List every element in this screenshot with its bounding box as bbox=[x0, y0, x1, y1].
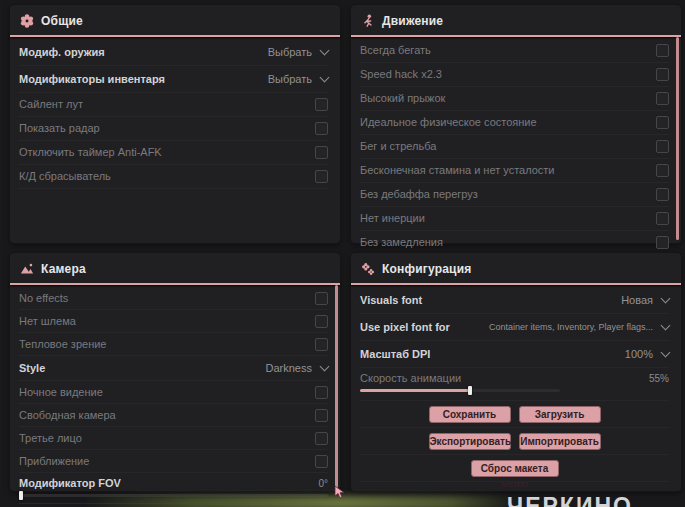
speed-hack-checkbox[interactable] bbox=[656, 68, 669, 81]
anti-afk-checkbox[interactable] bbox=[315, 146, 328, 159]
panel-camera-header[interactable]: Камера bbox=[10, 253, 340, 283]
row-label: Третье лицо bbox=[19, 433, 82, 444]
row-run-and-shoot: Бег и стрельба bbox=[360, 135, 669, 159]
chevron-down-icon bbox=[320, 361, 330, 371]
row-always-run: Всегда бегать bbox=[360, 39, 669, 63]
infinite-stamina-checkbox[interactable] bbox=[656, 164, 669, 177]
row-label: Показать радар bbox=[19, 123, 100, 134]
fov-value: 0° bbox=[318, 478, 328, 489]
fov-slider-handle[interactable] bbox=[19, 491, 23, 500]
high-jump-checkbox[interactable] bbox=[656, 92, 669, 105]
animation-speed-slider-handle[interactable] bbox=[468, 386, 472, 395]
row-label: Ночное видение bbox=[19, 387, 103, 398]
row-label: Всегда бегать bbox=[360, 45, 431, 56]
row-label: Style bbox=[19, 363, 45, 374]
row-dpi-scale: Масштаб DPI 100% bbox=[360, 341, 669, 368]
movement-scrollbar[interactable] bbox=[676, 37, 679, 240]
flower-gear-icon bbox=[20, 14, 34, 28]
row-label: Отключить таймер Anti-AFK bbox=[19, 147, 162, 158]
row-perfect-condition: Идеальное физическое состояние bbox=[360, 111, 669, 135]
row-pixel-font: Use pixel font for Container items, Inve… bbox=[360, 314, 669, 341]
row-no-slowdown: Без замедления bbox=[360, 231, 669, 255]
row-label: Нет инерции bbox=[360, 213, 425, 224]
row-no-helmet: Нет шлема bbox=[19, 310, 328, 333]
row-style: Style Darkness bbox=[19, 356, 328, 381]
animation-speed-value: 55% bbox=[649, 373, 669, 384]
night-vision-checkbox[interactable] bbox=[315, 386, 328, 399]
panel-title: Конфигурация bbox=[382, 262, 471, 276]
dpi-scale-dropdown[interactable]: 100% bbox=[625, 348, 669, 360]
no-slowdown-checkbox[interactable] bbox=[656, 236, 669, 249]
row-label: Бесконечная стамина и нет усталости bbox=[360, 165, 555, 176]
kd-reset-checkbox[interactable] bbox=[315, 170, 328, 183]
row-inventory-mods: Модификаторы инвентаря Выбрать bbox=[19, 66, 328, 93]
save-button[interactable]: Сохранить bbox=[429, 406, 511, 423]
row-high-jump: Высокий прыжок bbox=[360, 87, 669, 111]
inventory-mods-dropdown[interactable]: Выбрать bbox=[268, 73, 328, 85]
chevron-down-icon bbox=[320, 72, 330, 82]
panel-title: Камера bbox=[41, 262, 86, 276]
row-animation-speed: Скорость анимации 55% bbox=[360, 368, 669, 401]
dropdown-value: Выбрать bbox=[268, 46, 312, 58]
export-button[interactable]: Экспортировать bbox=[429, 433, 511, 450]
row-zoom: Приближение bbox=[19, 450, 328, 473]
row-label: Бег и стрельба bbox=[360, 141, 436, 152]
location-title-text: ЧЕРКИНО bbox=[507, 493, 633, 507]
row-thermal-vision: Тепловое зрение bbox=[19, 333, 328, 356]
panel-config: Конфигурация Visuals font Новая Use pixe… bbox=[351, 253, 681, 491]
panel-general: Общие Модиф. оружия Выбрать Модификаторы… bbox=[10, 5, 340, 243]
row-label: Модификатор FOV bbox=[19, 478, 121, 489]
silent-loot-checkbox[interactable] bbox=[315, 98, 328, 111]
load-button[interactable]: Загрузить bbox=[519, 406, 601, 423]
row-label: Сайлент лут bbox=[19, 99, 83, 110]
row-no-overload-debuff: Без дебаффа перегруз bbox=[360, 183, 669, 207]
row-anti-afk: Отключить таймер Anti-AFK bbox=[19, 141, 328, 165]
mouse-cursor-icon bbox=[334, 485, 345, 503]
row-label: Speed hack x2.3 bbox=[360, 69, 442, 80]
show-radar-checkbox[interactable] bbox=[315, 122, 328, 135]
perfect-condition-checkbox[interactable] bbox=[656, 116, 669, 129]
style-dropdown[interactable]: Darkness bbox=[266, 362, 328, 374]
mod-menu-screen: Общие Модиф. оружия Выбрать Модификаторы… bbox=[0, 0, 685, 507]
row-show-radar: Показать радар bbox=[19, 117, 328, 141]
zoom-checkbox[interactable] bbox=[315, 455, 328, 468]
weapon-mod-dropdown[interactable]: Выбрать bbox=[268, 46, 328, 58]
config-buttons-row-3: Сброс макета меню bbox=[360, 455, 669, 482]
no-overload-debuff-checkbox[interactable] bbox=[656, 188, 669, 201]
thermal-vision-checkbox[interactable] bbox=[315, 338, 328, 351]
panel-general-header[interactable]: Общие bbox=[10, 5, 340, 35]
row-label: Высокий прыжок bbox=[360, 93, 445, 104]
always-run-checkbox[interactable] bbox=[656, 44, 669, 57]
panel-title: Общие bbox=[41, 14, 83, 28]
image-mountain-icon bbox=[20, 262, 34, 276]
row-label: Без дебаффа перегруз bbox=[360, 189, 478, 200]
run-and-shoot-checkbox[interactable] bbox=[656, 140, 669, 153]
animation-speed-slider-track[interactable] bbox=[360, 389, 560, 392]
row-label: Visuals font bbox=[360, 295, 422, 306]
row-label: Масштаб DPI bbox=[360, 349, 430, 360]
dropdown-value: Container items, Inventory, Player flags… bbox=[489, 322, 653, 332]
free-camera-checkbox[interactable] bbox=[315, 409, 328, 422]
row-free-camera: Свободная камера bbox=[19, 404, 328, 427]
animation-speed-slider-fill bbox=[360, 389, 470, 392]
chevron-down-icon bbox=[661, 293, 671, 303]
row-label: Use pixel font for bbox=[360, 322, 450, 333]
pixel-font-dropdown[interactable]: Container items, Inventory, Player flags… bbox=[489, 322, 669, 332]
camera-scrollbar[interactable] bbox=[335, 285, 338, 488]
row-label: Свободная камера bbox=[19, 410, 116, 421]
row-kd-reset: К/Д сбрасыватель bbox=[19, 165, 328, 189]
game-background-grass bbox=[85, 496, 515, 507]
row-third-person: Третье лицо bbox=[19, 427, 328, 450]
third-person-checkbox[interactable] bbox=[315, 432, 328, 445]
panel-config-header[interactable]: Конфигурация bbox=[351, 253, 681, 283]
panel-movement-header[interactable]: Движение bbox=[351, 5, 681, 35]
panel-camera: Камера No effects Нет шлема Тепловое зре… bbox=[10, 253, 340, 491]
reset-layout-button[interactable]: Сброс макета меню bbox=[471, 460, 559, 477]
row-silent-loot: Сайлент лут bbox=[19, 93, 328, 117]
import-button[interactable]: Импортировать bbox=[519, 433, 601, 450]
no-helmet-checkbox[interactable] bbox=[315, 315, 328, 328]
no-effects-checkbox[interactable] bbox=[315, 292, 328, 305]
visuals-font-dropdown[interactable]: Новая bbox=[621, 294, 669, 306]
panel-title: Движение bbox=[382, 14, 443, 28]
no-inertia-checkbox[interactable] bbox=[656, 212, 669, 225]
